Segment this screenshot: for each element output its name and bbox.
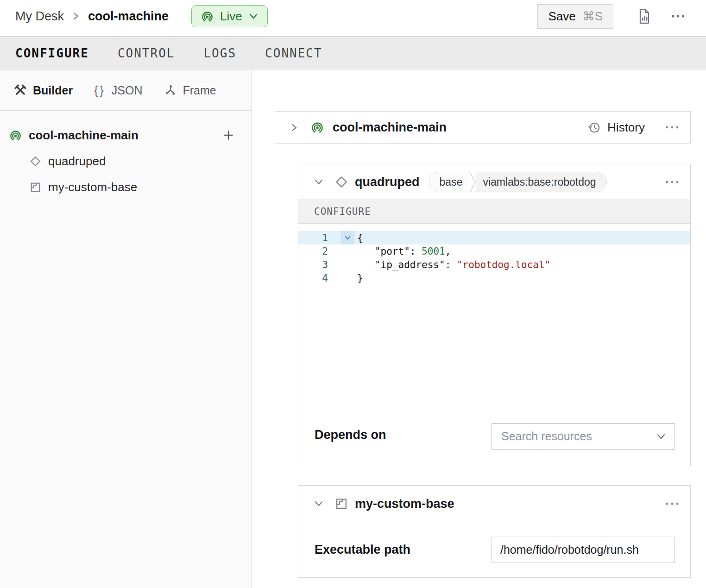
component-overflow-menu-button[interactable] <box>665 180 679 184</box>
save-shortcut: ⌘S <box>583 9 603 24</box>
file-chart-icon <box>637 8 651 24</box>
fold-cell <box>340 244 354 258</box>
fold-chevron-icon[interactable] <box>340 231 354 244</box>
view-tab-json[interactable]: {} JSON <box>94 84 142 97</box>
topbar-overflow-menu-button[interactable] <box>671 14 685 19</box>
executable-path-input[interactable] <box>492 537 675 563</box>
depends-on-label: Depends on <box>315 428 386 466</box>
ellipsis-icon <box>671 14 685 19</box>
tools-icon <box>14 84 27 97</box>
module-collapse-chevron-icon[interactable] <box>314 500 324 507</box>
machine-live-icon <box>311 121 324 134</box>
view-tab-frame[interactable]: Frame <box>164 84 216 97</box>
sidebar-view-switcher: Builder {} JSON Frame <box>0 70 252 111</box>
module-card-header: my-custom-base <box>298 486 690 522</box>
frame-axes-icon <box>164 84 177 97</box>
machine-card-title: cool-machine-main <box>333 120 447 135</box>
code-line[interactable]: 4} <box>298 271 690 285</box>
tree-item-machine[interactable]: cool-machine-main <box>0 122 252 148</box>
history-icon <box>587 120 601 134</box>
line-number: 4 <box>298 273 328 284</box>
line-number: 1 <box>298 232 328 244</box>
component-type-badge: base viamlabs:base:robotdog <box>429 172 607 192</box>
code-text: "ip_address": "robotdog.local" <box>357 259 550 270</box>
machine-card: cool-machine-main History <box>275 111 691 144</box>
code-line[interactable]: 1{ <box>298 231 690 244</box>
module-overflow-menu-button[interactable] <box>665 502 679 506</box>
plus-icon <box>222 129 235 142</box>
module-card-my-custom-base: my-custom-base Executable path <box>298 485 691 578</box>
component-card-title: quadruped <box>355 175 420 189</box>
tab-control[interactable]: CONTROL <box>118 46 175 60</box>
depends-on-placeholder: Search resources <box>501 430 592 443</box>
code-editor[interactable]: 1{2 "port": 5001,3 "ip_address": "robotd… <box>298 224 690 419</box>
main-tab-bar: CONFIGURE CONTROL LOGS CONNECT <box>0 36 706 70</box>
depends-on-select[interactable]: Search resources <box>492 423 675 450</box>
tree-item-quadruped[interactable]: quadruped <box>0 148 252 174</box>
live-icon <box>201 10 214 23</box>
code-text: "port": 5001, <box>357 246 451 257</box>
top-bar: My Desk cool-machine Live Save ⌘S <box>0 0 706 36</box>
breadcrumb-root[interactable]: My Desk <box>15 9 64 24</box>
line-number: 3 <box>298 259 328 270</box>
view-tab-label: Builder <box>33 84 73 97</box>
topbar-actions: Save ⌘S <box>537 4 685 29</box>
fold-cell <box>340 258 354 271</box>
component-card-quadruped: quadruped base viamlabs:base:robotdog CO… <box>298 164 691 466</box>
config-main-area: cool-machine-main History <box>252 70 706 588</box>
code-text: } <box>357 273 363 284</box>
ellipsis-icon <box>665 180 679 184</box>
component-collapse-chevron-icon[interactable] <box>314 178 324 186</box>
ellipsis-icon <box>665 502 679 506</box>
tree-item-my-custom-base[interactable]: my-custom-base <box>0 174 252 200</box>
machine-expand-chevron-icon[interactable] <box>290 122 298 133</box>
view-tab-label: JSON <box>112 84 143 97</box>
braces-icon: {} <box>94 84 106 97</box>
status-chevron-down-icon <box>249 13 258 19</box>
executable-path-label: Executable path <box>315 543 410 557</box>
save-button[interactable]: Save ⌘S <box>537 4 613 29</box>
module-card-body: Executable path <box>298 522 690 577</box>
module-card-title: my-custom-base <box>355 497 454 511</box>
history-label: History <box>607 120 645 135</box>
line-number: 2 <box>298 246 328 257</box>
module-icon <box>30 181 41 193</box>
tree-item-label: cool-machine-main <box>29 128 139 143</box>
tab-configure[interactable]: CONFIGURE <box>15 46 89 60</box>
breadcrumb-current: cool-machine <box>88 9 169 24</box>
add-resource-button[interactable] <box>222 129 235 142</box>
machine-live-icon <box>9 129 22 142</box>
machine-status-label: Live <box>220 9 242 24</box>
resource-tree: cool-machine-main quadruped my-c <box>0 111 252 200</box>
machine-status-button[interactable]: Live <box>191 5 268 27</box>
component-type: base <box>429 172 469 192</box>
fold-cell <box>340 271 354 285</box>
select-chevron-down-icon <box>656 433 666 440</box>
tab-connect[interactable]: CONNECT <box>265 46 322 60</box>
component-diamond-icon <box>335 175 348 188</box>
component-diamond-icon <box>30 156 41 167</box>
machine-overflow-menu-button[interactable] <box>665 125 679 129</box>
view-tab-label: Frame <box>183 84 216 97</box>
code-line[interactable]: 3 "ip_address": "robotdog.local" <box>298 258 690 271</box>
breadcrumb-chevron-icon <box>72 11 80 22</box>
config-sidebar: Builder {} JSON Frame <box>0 70 252 588</box>
component-model: viamlabs:base:robotdog <box>476 172 606 192</box>
configure-section-label: CONFIGURE <box>298 200 690 224</box>
tree-item-label: my-custom-base <box>48 180 137 194</box>
code-line[interactable]: 2 "port": 5001, <box>298 244 690 258</box>
module-icon <box>335 497 348 510</box>
group-connector-line <box>275 162 275 588</box>
history-button[interactable]: History <box>587 120 645 135</box>
machine-report-button[interactable] <box>637 8 651 24</box>
depends-on-row: Depends on Search resources <box>298 419 690 466</box>
component-card-header: quadruped base viamlabs:base:robotdog <box>298 164 690 200</box>
save-label: Save <box>548 9 575 24</box>
tree-item-label: quadruped <box>48 154 106 169</box>
ellipsis-icon <box>665 125 679 129</box>
tab-logs[interactable]: LOGS <box>203 46 236 60</box>
breadcrumb: My Desk cool-machine <box>15 9 169 24</box>
code-text: { <box>357 232 363 244</box>
badge-divider <box>469 172 476 192</box>
view-tab-builder[interactable]: Builder <box>14 84 73 97</box>
